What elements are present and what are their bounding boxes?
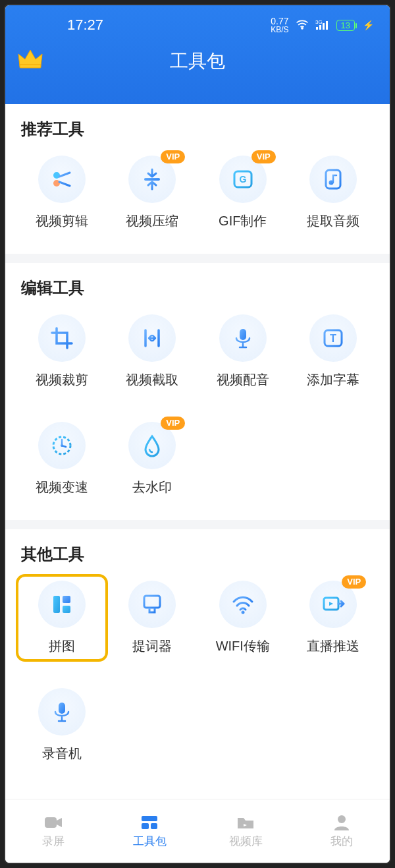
nav-label: 工具包 (133, 834, 167, 849)
status-time: 17:27 (67, 16, 103, 34)
tool-label: WIFI传输 (216, 637, 270, 655)
gif-icon: VIP (219, 156, 267, 203)
tool-label: 直播推送 (307, 637, 359, 655)
tool-label: 视频变速 (36, 478, 88, 496)
tool-label: 提词器 (132, 637, 172, 655)
teleprompter-icon (128, 581, 176, 628)
speed-icon (38, 422, 86, 469)
nav-label: 视频库 (229, 834, 263, 849)
toolkit-icon (140, 814, 159, 831)
nav-record[interactable]: 录屏 (5, 799, 101, 863)
wifi-icon (219, 581, 267, 628)
svg-rect-5 (326, 21, 328, 30)
svg-rect-2 (316, 27, 318, 30)
svg-rect-4 (323, 23, 325, 30)
wifi-icon (296, 19, 309, 32)
battery-indicator: 13 (336, 20, 355, 31)
compress-icon: VIP (128, 156, 176, 203)
nav-toolkit[interactable]: 工具包 (101, 799, 198, 863)
tool-sections: 推荐工具视频剪辑VIP视频压缩VIPGIF制作提取音频编辑工具视频裁剪视频截取视… (5, 104, 390, 799)
tool-grid: 视频裁剪视频截取视频配音添加字幕视频变速VIP去水印 (18, 310, 377, 500)
tool-label: 视频裁剪 (36, 371, 88, 389)
mic-icon (38, 688, 86, 736)
tool-label: GIF制作 (219, 212, 267, 230)
section-2: 其他工具拼图提词器WIFI传输VIP直播推送录音机 (5, 529, 390, 799)
tool-remove-watermark[interactable]: VIP去水印 (109, 418, 196, 500)
music-file-icon (309, 156, 357, 203)
charging-icon: ⚡ (363, 20, 374, 30)
crown-icon[interactable] (17, 47, 43, 74)
section-title: 编辑工具 (21, 277, 377, 299)
tool-label: 拼图 (49, 637, 75, 655)
svg-rect-6 (20, 65, 41, 68)
crop-icon (38, 314, 86, 362)
capture-icon (128, 314, 176, 362)
nav-library[interactable]: 视频库 (198, 799, 294, 863)
droplet-icon: VIP (128, 422, 176, 469)
svg-rect-3 (319, 25, 321, 30)
tool-recorder[interactable]: 录音机 (18, 684, 105, 767)
person-icon (332, 814, 352, 831)
vip-badge: VIP (161, 150, 185, 163)
nav-mine[interactable]: 我的 (294, 799, 390, 863)
tool-wifi-transfer[interactable]: WIFI传输 (199, 577, 286, 659)
section-title: 推荐工具 (21, 119, 377, 140)
tool-label: 提取音频 (307, 212, 359, 230)
network-speed: 0.77 KB/S (271, 16, 288, 34)
tool-video-compress[interactable]: VIP视频压缩 (109, 152, 196, 234)
tool-puzzle[interactable]: 拼图 (18, 577, 105, 659)
nav-label: 我的 (330, 834, 353, 849)
status-indicators: 0.77 KB/S 3G 13 (271, 16, 374, 34)
tool-video-crop[interactable]: 视频裁剪 (18, 310, 105, 393)
tool-grid: 视频剪辑VIP视频压缩VIPGIF制作提取音频 (18, 152, 377, 234)
section-0: 推荐工具视频剪辑VIP视频压缩VIPGIF制作提取音频 (5, 104, 390, 263)
tool-label: 录音机 (42, 745, 82, 763)
tool-teleprompter[interactable]: 提词器 (109, 577, 196, 659)
tool-label: 视频截取 (126, 371, 178, 389)
collage-icon (38, 581, 86, 628)
tool-video-edit[interactable]: 视频剪辑 (18, 152, 105, 234)
tool-video-dub[interactable]: 视频配音 (199, 310, 286, 393)
svg-point-0 (301, 27, 302, 28)
section-1: 编辑工具视频裁剪视频截取视频配音添加字幕视频变速VIP去水印 (5, 263, 390, 529)
tool-gif-make[interactable]: VIPGIF制作 (199, 152, 286, 234)
svg-text:3G: 3G (315, 19, 323, 25)
bottom-nav: 录屏工具包视频库我的 (5, 799, 390, 863)
tool-label: 去水印 (132, 478, 172, 496)
mic-icon (219, 314, 267, 362)
section-title: 其他工具 (21, 544, 377, 565)
tool-extract-audio[interactable]: 提取音频 (290, 152, 377, 234)
tool-video-speed[interactable]: 视频变速 (18, 418, 105, 500)
page-title: 工具包 (170, 49, 225, 74)
tool-label: 视频压缩 (126, 212, 178, 230)
live-push-icon: VIP (309, 581, 357, 628)
tool-label: 视频剪辑 (36, 212, 88, 230)
app-header: 17:27 0.77 KB/S 3G (5, 5, 390, 104)
tool-grid: 拼图提词器WIFI传输VIP直播推送录音机 (18, 577, 377, 767)
signal-icon: 3G (315, 19, 330, 32)
tool-label: 添加字幕 (307, 371, 359, 389)
tool-add-subtitle[interactable]: 添加字幕 (290, 310, 377, 393)
status-bar: 17:27 0.77 KB/S 3G (5, 12, 390, 38)
tool-live-push[interactable]: VIP直播推送 (290, 577, 377, 659)
vip-badge: VIP (161, 417, 185, 430)
camera-icon (43, 814, 63, 831)
folder-icon (236, 814, 255, 831)
vip-badge: VIP (342, 575, 366, 589)
text-box-icon (309, 314, 357, 362)
scissors-icon (38, 156, 86, 203)
tool-video-capture[interactable]: 视频截取 (109, 310, 196, 393)
tool-label: 视频配音 (217, 371, 269, 389)
vip-badge: VIP (251, 150, 276, 163)
nav-label: 录屏 (42, 834, 65, 849)
